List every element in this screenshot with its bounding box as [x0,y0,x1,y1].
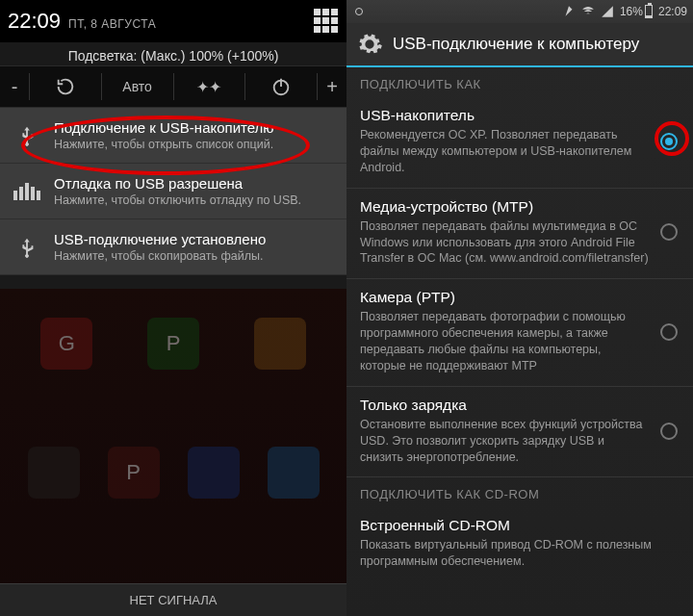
section-header-connect-as: ПОДКЛЮЧИТЬ КАК [346,67,693,97]
battery-percent: 16% [620,5,643,18]
barcode-icon [12,183,42,200]
brightness-plus-button[interactable]: + [318,76,346,98]
option-desc: Остановите выполнение всех функций устро… [360,417,649,466]
notif-sub: Нажмите, чтобы скопировать файлы. [54,249,266,263]
date: ПТ, 8 АВГУСТА [68,17,156,31]
notif-usb-debug[interactable]: Отладка по USB разрешена Нажмите, чтобы … [0,164,346,219]
statusbar: 16% 22:09 [346,0,693,23]
app-icon[interactable] [268,447,320,499]
option-desc: Рекомендуется ОС XP. Позволяет передават… [360,127,649,176]
option-title: Только зарядка [360,397,649,414]
notif-sub: Нажмите, чтобы отключить отладку по USB. [54,193,301,207]
option-title: Медиа-устройство (MTP) [360,198,649,216]
page-title: USB-подключение к компьютеру [393,35,639,54]
signal-icon [601,5,614,18]
option-desc: Позволяет передавать файлы мультимедиа в… [360,218,649,268]
battery-icon [645,5,653,18]
brightness-minus-button[interactable]: - [0,76,29,98]
radio-usb-storage[interactable] [658,107,680,176]
option-title: Камера (PTP) [360,289,649,306]
brightness-auto-button[interactable]: Авто [102,79,173,94]
option-title: USB-накопитель [360,107,649,124]
notif-usb-connected[interactable]: USB-подключение установлено Нажмите, что… [0,219,346,275]
app-icon[interactable]: G [40,318,92,370]
option-mtp[interactable]: Медиа-устройство (MTP) Позволяет передав… [346,189,693,280]
option-desc: Показать виртуальный привод CD-ROM с пол… [360,537,670,570]
power-icon [270,76,292,97]
notif-title: Подключение к USB-накопителю [54,119,274,136]
brightness-refresh-button[interactable] [30,76,101,97]
notif-title: USB-подключение установлено [54,231,266,247]
statusbar: 22:09 ПТ, 8 АВГУСТА [0,0,346,42]
option-desc: Позволяет передавать фотографии с помощь… [360,309,649,374]
bluetooth-icon [562,5,576,18]
phone-right-settings: 16% 22:09 USB-подключение к компьютеру П… [346,0,693,616]
gear-icon[interactable] [356,31,383,58]
section-header-cdrom: ПОДКЛЮЧИТЬ КАК CD-ROM [346,477,693,507]
notif-title: Отладка по USB разрешена [54,175,301,192]
brightness-power-button[interactable] [245,76,317,97]
battery-indicator: 16% [620,5,653,18]
option-ptp[interactable]: Камера (PTP) Позволяет передавать фотогр… [346,279,693,387]
app-icon[interactable] [28,447,80,499]
radio-charge-only[interactable] [658,397,680,466]
quicksettings-grid-icon[interactable] [314,9,339,34]
app-icon[interactable]: P [108,447,160,499]
refresh-icon [55,76,76,97]
usb-icon [12,125,42,146]
usb-icon [12,237,42,258]
app-icon[interactable] [254,318,306,370]
titlebar: USB-подключение к компьютеру [346,23,693,67]
clock: 22:09 [658,5,687,18]
radio-mtp[interactable] [658,198,680,268]
option-title: Встроенный CD-ROM [360,517,670,534]
clock: 22:09 [8,9,61,34]
stars-icon: ✦✦ [196,78,221,96]
notif-usb-storage[interactable]: Подключение к USB-накопителю Нажмите, чт… [0,108,346,164]
option-charge-only[interactable]: Только зарядка Остановите выполнение все… [346,387,693,478]
brightness-label: Подсветка: (Макс.) 100% (+100%) [0,42,346,65]
home-screen-dim: G P P [0,289,346,616]
option-cdrom[interactable]: Встроенный CD-ROM Показать виртуальный п… [346,507,693,581]
brightness-icon [352,5,366,18]
carrier-status: НЕТ СИГНАЛА [0,583,346,616]
phone-left-shade: 22:09 ПТ, 8 АВГУСТА Подсветка: (Макс.) 1… [0,0,346,616]
notif-sub: Нажмите, чтобы открыть список опций. [54,138,274,151]
wifi-icon [581,5,595,18]
option-usb-storage[interactable]: USB-накопитель Рекомендуется ОС XP. Позв… [346,97,693,189]
brightness-night-button[interactable]: ✦✦ [174,78,245,96]
app-icon[interactable] [188,447,240,499]
brightness-bar: - Авто ✦✦ + [0,65,346,108]
radio-ptp[interactable] [658,289,680,374]
app-icon[interactable]: P [147,318,199,370]
